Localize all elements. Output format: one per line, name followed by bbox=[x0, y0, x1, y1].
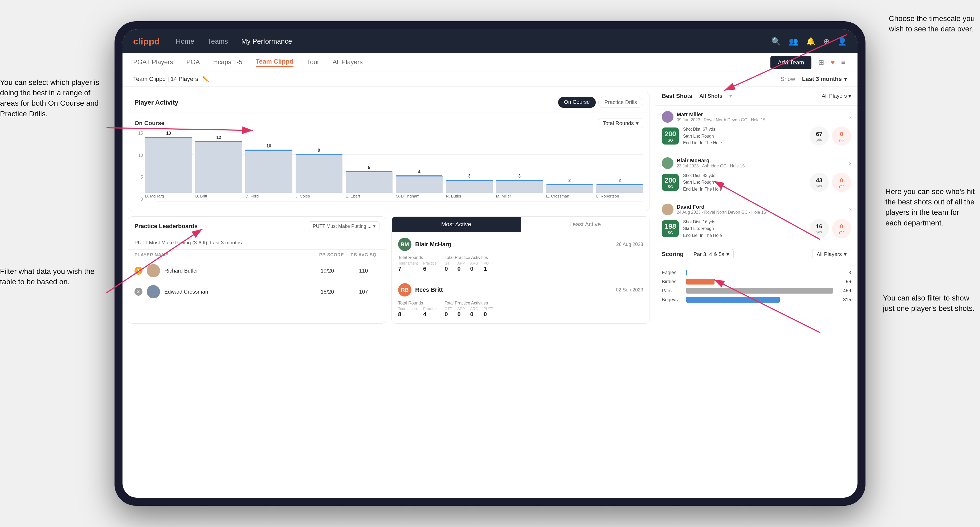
search-icon[interactable]: 🔍 bbox=[772, 37, 781, 46]
scoring-bar-wrap-bogeys bbox=[686, 297, 835, 303]
total-rounds-dropdown[interactable]: Total Rounds ▾ bbox=[598, 118, 643, 128]
people-icon[interactable]: 👥 bbox=[789, 37, 798, 46]
subnav-team-clippd[interactable]: Team Clippd bbox=[256, 58, 293, 67]
show-value-text: Last 3 months bbox=[802, 76, 842, 83]
right-panel: Best Shots All Shots ▾ All Players ▾ Mat… bbox=[655, 86, 858, 498]
bell-icon[interactable]: 🔔 bbox=[806, 37, 815, 46]
most-active-tab[interactable]: Most Active bbox=[392, 217, 520, 232]
y-label-5: 5 bbox=[135, 175, 145, 179]
user-circle-icon[interactable]: 👤 bbox=[838, 37, 847, 46]
shot-metric-unit-2b: yds bbox=[839, 184, 844, 188]
shot-date-3: 24 Aug 2023 bbox=[677, 210, 701, 214]
practice-drills-toggle[interactable]: Practice Drills bbox=[598, 97, 643, 108]
scoring-header: Scoring Par 3, 4 & 5s ▾ All Players ▾ bbox=[655, 244, 858, 264]
shot-course-3: Royal North Devon GC bbox=[704, 210, 748, 214]
scoring-all-players-label: All Players bbox=[817, 251, 842, 257]
ma-app-col-2: APP 0 bbox=[458, 306, 465, 318]
pl-score-1: 19/20 bbox=[311, 268, 343, 274]
shot-badge-1: 200 SG bbox=[662, 127, 679, 144]
bar-group-lr: 2 L. Robertson bbox=[596, 178, 643, 202]
card-view-icon[interactable]: ♥ bbox=[829, 57, 836, 68]
grid-view-icon[interactable]: ⊞ bbox=[817, 57, 826, 68]
bar-value-jc: 9 bbox=[318, 148, 320, 153]
main-content: Player Activity On Course Practice Drill… bbox=[123, 86, 858, 498]
bs-all-shots-tab[interactable]: All Shots bbox=[695, 91, 726, 101]
top-nav: clippd Home Teams My Performance 🔍 👥 🔔 ⊕… bbox=[123, 29, 858, 53]
scoring-val-birdies: 96 bbox=[838, 279, 851, 284]
scoring-dropdown[interactable]: Par 3, 4 & 5s ▾ bbox=[689, 249, 733, 259]
ma-app-label-2: APP bbox=[458, 306, 465, 311]
scoring-all-players-dropdown[interactable]: All Players ▾ bbox=[812, 249, 851, 259]
shot-metric-unit-1a: yds bbox=[816, 138, 822, 141]
pl-row-2[interactable]: 2 Edward Crossman 18/20 107 bbox=[128, 281, 386, 302]
subnav-pgat[interactable]: PGAT Players bbox=[133, 58, 173, 67]
plus-circle-icon[interactable]: ⊕ bbox=[823, 37, 829, 46]
tablet-frame: clippd Home Teams My Performance 🔍 👥 🔔 ⊕… bbox=[115, 21, 865, 506]
pl-avg-1: 110 bbox=[347, 268, 379, 274]
scoring-label-pars: Pars bbox=[662, 288, 683, 294]
shot-date-1: 09 Jun 2023 bbox=[677, 117, 700, 122]
shot-chevron-icon-2: › bbox=[849, 159, 851, 167]
bottom-panels: Practice Leaderboards PUTT Must Make Put… bbox=[128, 216, 650, 324]
scoring-label-eagles: Eagles bbox=[662, 270, 683, 275]
shot-player-row-3[interactable]: David Ford 24 Aug 2023 · Royal North Dev… bbox=[662, 204, 851, 215]
ma-arg-label-2: ARG bbox=[470, 306, 478, 311]
team-bar: Team Clippd | 14 Players ✏️ Show: Last 3… bbox=[123, 72, 858, 86]
subnav-all-players[interactable]: All Players bbox=[332, 58, 363, 67]
on-course-toggle[interactable]: On Course bbox=[558, 97, 596, 108]
shot-card-3: David Ford 24 Aug 2023 · Royal North Dev… bbox=[655, 198, 858, 244]
edit-icon[interactable]: ✏️ bbox=[202, 76, 209, 82]
pl-dropdown[interactable]: PUTT Must Make Putting ... ▾ bbox=[309, 221, 379, 231]
shot-details-1: 200 SG Shot Dist: 67 yds Start Lie: Roug… bbox=[662, 126, 851, 146]
ma-practice-label-2: Practice bbox=[423, 306, 437, 311]
bar-ec bbox=[546, 184, 593, 193]
shot-dist-2: Shot Dist: 43 yds bbox=[683, 172, 805, 179]
nav-teams[interactable]: Teams bbox=[207, 37, 228, 46]
ma-player-1-header: BM Blair McHarg 26 Aug 2023 bbox=[398, 238, 643, 251]
list-view-icon[interactable]: ≡ bbox=[840, 57, 847, 68]
bar-label-ee: E. Ebert bbox=[346, 194, 360, 198]
ma-arg-col-1: ARG 0 bbox=[470, 261, 478, 272]
nav-home[interactable]: Home bbox=[176, 37, 194, 46]
bar-rb bbox=[446, 179, 493, 193]
shot-badge-3: 198 SG bbox=[662, 220, 679, 237]
scoring-all-players-chevron-icon: ▾ bbox=[844, 251, 846, 257]
least-active-tab[interactable]: Least Active bbox=[520, 217, 649, 232]
tablet-screen: clippd Home Teams My Performance 🔍 👥 🔔 ⊕… bbox=[123, 29, 858, 498]
ma-activities-row-1: GTT 0 APP 0 ARG bbox=[445, 261, 493, 272]
shot-player-row-1[interactable]: Matt Miller 09 Jun 2023 · Royal North De… bbox=[662, 111, 851, 123]
bar-jc bbox=[296, 154, 342, 193]
shot-badge-label-2: SG bbox=[668, 184, 673, 189]
pl-row-1[interactable]: 1 Richard Butler 19/20 110 bbox=[128, 260, 386, 281]
pl-avatar-2 bbox=[147, 285, 160, 298]
shot-player-sub-2: 23 Jul 2023 · Ashridge GC · Hole 15 bbox=[677, 163, 846, 168]
ma-gtt-val-2: 0 bbox=[445, 311, 452, 318]
chart-area-label: On Course Total Rounds ▾ bbox=[135, 118, 643, 128]
shot-metric-unit-2a: yds bbox=[816, 184, 822, 188]
sub-nav: PGAT Players PGA Hcaps 1-5 Team Clippd T… bbox=[123, 53, 858, 72]
show-value-dropdown[interactable]: Last 3 months ▾ bbox=[802, 76, 847, 83]
shot-details-3: 198 SG Shot Dist: 16 yds Start Lie: Roug… bbox=[662, 219, 851, 239]
bar-label-bb: B. Britt bbox=[195, 194, 207, 198]
bar-value-ec: 2 bbox=[568, 178, 571, 183]
ma-rounds-label-1: Total Rounds bbox=[398, 255, 437, 260]
shot-chevron-icon-3: › bbox=[849, 206, 851, 213]
shot-hole-3: Hole 15 bbox=[751, 210, 766, 214]
bs-all-players-dropdown[interactable]: All Players ▾ bbox=[822, 93, 851, 99]
ma-name-1: Blair McHarg bbox=[415, 241, 451, 248]
subnav-tour[interactable]: Tour bbox=[307, 58, 319, 67]
shot-metric-unit-3a: yds bbox=[816, 230, 822, 234]
shot-metric-1a: 67 yds bbox=[810, 126, 829, 146]
annotation-2-text: Choose the timescale youwish to see the … bbox=[889, 14, 975, 33]
shot-hole-2: Hole 15 bbox=[730, 163, 745, 168]
ma-stat-group-rounds-1: Total Rounds Tournament 7 Practice bbox=[398, 255, 437, 272]
nav-my-performance[interactable]: My Performance bbox=[241, 37, 292, 46]
shot-metrics-3: 16 yds 0 yds bbox=[810, 219, 851, 238]
shot-player-row-2[interactable]: Blair McHarg 23 Jul 2023 · Ashridge GC ·… bbox=[662, 157, 851, 169]
ma-player-1: BM Blair McHarg 26 Aug 2023 Total Rounds bbox=[392, 232, 649, 278]
shot-metric-unit-1b: yds bbox=[839, 138, 844, 141]
add-team-button[interactable]: Add Team bbox=[770, 56, 812, 69]
subnav-hcaps[interactable]: Hcaps 1-5 bbox=[213, 58, 242, 67]
ma-gtt-label-1: GTT bbox=[445, 261, 452, 265]
subnav-pga[interactable]: PGA bbox=[186, 58, 200, 67]
